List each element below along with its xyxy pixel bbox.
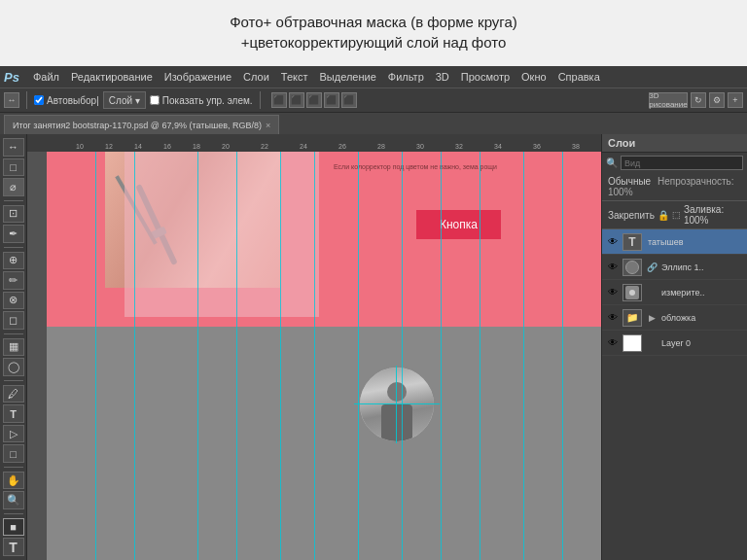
gradient-tool[interactable]: ▦ bbox=[3, 338, 24, 357]
ruler-tick-28: 28 bbox=[377, 143, 385, 150]
guide-11 bbox=[523, 152, 524, 560]
hand-tool[interactable]: ✋ bbox=[3, 472, 24, 490]
shape-tool[interactable]: □ bbox=[3, 444, 24, 463]
layer-item-ellipse[interactable]: 👁 🔗 Эллипс 1.. bbox=[602, 255, 747, 280]
guide-12 bbox=[562, 152, 563, 560]
dodge-tool[interactable]: ◯ bbox=[3, 358, 24, 376]
show-transform-label: Показать упр. элем. bbox=[162, 95, 253, 106]
layer-expand-icon[interactable]: ▶ bbox=[645, 311, 658, 325]
circle-photo bbox=[358, 366, 436, 443]
tab-close-button[interactable]: × bbox=[266, 121, 270, 130]
layer-dropdown[interactable]: Слой ▾ bbox=[103, 91, 146, 109]
arrange-icon[interactable]: ⬛ bbox=[341, 92, 357, 108]
show-transform-checkbox[interactable]: Показать упр. элем. bbox=[150, 95, 253, 106]
rotate-icon[interactable]: ↻ bbox=[691, 92, 706, 108]
menu-text[interactable]: Текст bbox=[275, 66, 314, 88]
pen-tool[interactable]: 🖊 bbox=[3, 385, 24, 403]
menu-image[interactable]: Изображение bbox=[159, 66, 237, 88]
ruler-tick-12: 12 bbox=[105, 143, 113, 150]
menu-view[interactable]: Просмотр bbox=[455, 66, 516, 88]
menu-edit[interactable]: Редактирование bbox=[65, 66, 159, 88]
move-tool-icon[interactable]: ↔ bbox=[4, 92, 19, 108]
marquee-tool[interactable]: □ bbox=[3, 158, 24, 177]
layer-visibility-folder[interactable]: 👁 bbox=[606, 311, 620, 325]
document-tab[interactable]: Итог занятия2 bootstrap-1170.psd @ 67,9%… bbox=[4, 115, 279, 134]
distribute-icon[interactable]: ⬛ bbox=[324, 92, 339, 108]
menu-window[interactable]: Окно bbox=[516, 66, 552, 88]
foreground-color[interactable]: ■ bbox=[3, 518, 24, 537]
layer-visibility-adjustment[interactable]: 👁 bbox=[606, 286, 620, 299]
fill-label: Заливка: 100% bbox=[684, 204, 741, 226]
layer-item-tatishev[interactable]: 👁 T татышев bbox=[602, 229, 747, 255]
ruler-tick-36: 36 bbox=[533, 143, 541, 150]
lasso-tool[interactable]: ⌀ bbox=[3, 178, 24, 196]
brush-tool[interactable]: ✏ bbox=[3, 271, 24, 290]
toolbar-separator bbox=[26, 91, 27, 109]
eyedropper-tool[interactable]: ✒ bbox=[3, 225, 24, 243]
title-line1: Фото+ обтравочная маска (в форме круга) bbox=[58, 12, 689, 32]
layer-item-adjustment[interactable]: 👁 измерите.. bbox=[602, 280, 747, 305]
layer-visibility-ellipse[interactable]: 👁 bbox=[606, 261, 620, 274]
eraser-tool[interactable]: ◻ bbox=[3, 311, 24, 330]
guide-9 bbox=[441, 152, 442, 560]
guide-10 bbox=[480, 152, 480, 560]
circle-crosshair-vertical bbox=[396, 366, 397, 443]
circle-crosshair-horizontal bbox=[354, 403, 440, 404]
design-button[interactable]: Кнопка bbox=[416, 210, 501, 239]
guide-1 bbox=[95, 152, 96, 560]
ruler-horizontal: 10 12 14 16 18 20 22 24 26 28 30 32 34 3… bbox=[47, 134, 601, 152]
type-tool-bottom[interactable]: T bbox=[3, 538, 24, 556]
3d-icon[interactable]: 3D рисование bbox=[649, 92, 688, 108]
layer-thumb-folder: 📁 bbox=[622, 309, 642, 327]
layer-visibility-tatishev[interactable]: 👁 bbox=[606, 235, 620, 249]
menu-file[interactable]: Файл bbox=[27, 66, 65, 88]
menu-help[interactable]: Справка bbox=[552, 66, 606, 88]
path-select-tool[interactable]: ▷ bbox=[3, 425, 24, 443]
ruler-tick-22: 22 bbox=[261, 143, 268, 150]
layer-clip-icon-ellipse: 🔗 bbox=[645, 261, 658, 274]
align-left-icon[interactable]: ⬛ bbox=[271, 92, 287, 108]
align-right-icon[interactable]: ⬛ bbox=[306, 92, 322, 108]
layer-name-ellipse: Эллипс 1.. bbox=[661, 262, 743, 272]
menu-select[interactable]: Выделение bbox=[314, 66, 382, 88]
auto-select-label: Автовыбор| bbox=[47, 95, 99, 106]
circle-photo-inner bbox=[360, 368, 434, 441]
align-center-icon[interactable]: ⬛ bbox=[289, 92, 304, 108]
search-icon: 🔍 bbox=[606, 158, 618, 168]
layer-item-folder[interactable]: 👁 📁 ▶ обложка bbox=[602, 305, 747, 331]
guide-5 bbox=[280, 152, 281, 560]
heal-tool[interactable]: ⊕ bbox=[3, 252, 24, 270]
auto-select-checkbox[interactable]: Автовыбор| bbox=[34, 95, 99, 106]
ruler-tick-10: 10 bbox=[76, 143, 84, 150]
ruler-tick-16: 16 bbox=[163, 143, 171, 150]
lock-all-icon[interactable]: 🔒 bbox=[658, 210, 669, 221]
menu-layers[interactable]: Слои bbox=[237, 66, 275, 88]
crop-tool[interactable]: ⊡ bbox=[3, 205, 24, 224]
tab-name: Итог занятия2 bootstrap-1170.psd @ 67,9%… bbox=[13, 121, 262, 130]
type-tool[interactable]: T bbox=[3, 404, 24, 423]
zoom-tool[interactable]: 🔍 bbox=[3, 491, 24, 509]
add-workspace-icon[interactable]: + bbox=[728, 92, 743, 108]
settings-icon[interactable]: ⚙ bbox=[709, 92, 725, 108]
clone-tool[interactable]: ⊗ bbox=[3, 292, 24, 310]
menu-3d[interactable]: 3D bbox=[430, 66, 455, 88]
layer-visibility-layer0[interactable]: 👁 bbox=[606, 336, 620, 350]
canvas-area: 10 12 14 16 18 20 22 24 26 28 30 32 34 3… bbox=[27, 134, 601, 560]
ruler-tick-24: 24 bbox=[300, 143, 307, 150]
text-overlay-small: Если колорректор под цветом не важно, зе… bbox=[334, 163, 528, 170]
ruler-tick-38: 38 bbox=[572, 143, 580, 150]
layer-name-layer0: Layer 0 bbox=[661, 338, 743, 348]
tools-panel: ↔ □ ⌀ ⊡ ✒ ⊕ ✏ ⊗ ◻ ▦ ◯ 🖊 T ▷ □ ✋ 🔍 ■ T bbox=[0, 134, 27, 560]
menu-bar: Ps Файл Редактирование Изображение Слои … bbox=[0, 66, 747, 88]
move-tool[interactable]: ↔ bbox=[3, 138, 24, 157]
layers-search-input[interactable] bbox=[621, 156, 743, 170]
layer-chain-icon-layer0 bbox=[645, 336, 658, 350]
document-canvas: Если колорректор под цветом не важно, зе… bbox=[47, 152, 601, 560]
tools-separator4 bbox=[4, 380, 23, 381]
lock-transparent-icon[interactable]: ⬚ bbox=[672, 210, 681, 220]
layer-name-adjustment: измерите.. bbox=[661, 288, 743, 298]
layer-item-layer0[interactable]: 👁 Layer 0 bbox=[602, 331, 747, 356]
layers-panel: Слои 🔍 Обычные Непрозрачность: 100% Закр… bbox=[601, 134, 747, 560]
menu-filter[interactable]: Фильтр bbox=[382, 66, 430, 88]
title-line2: +цветокорректирующий слой над фото bbox=[58, 32, 689, 52]
